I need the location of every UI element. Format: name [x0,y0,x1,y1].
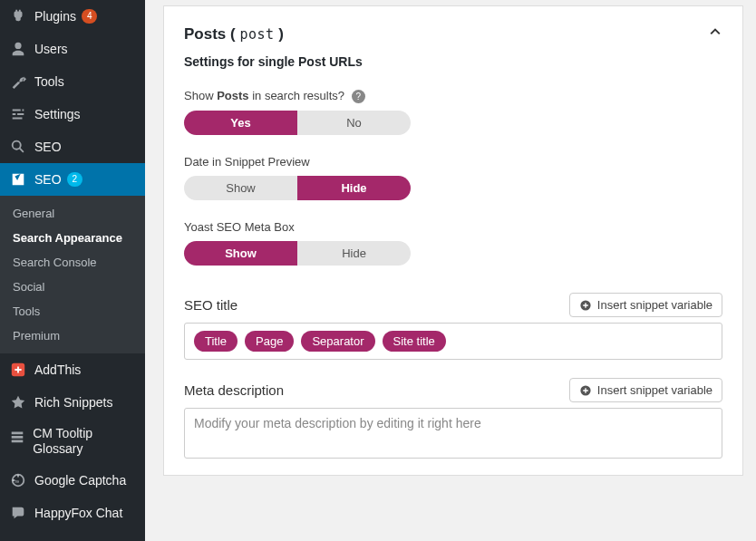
show-posts-no[interactable]: No [297,111,411,135]
panel-title: Posts ( post ) [184,25,284,43]
plug-icon [9,7,27,25]
plus-circle-icon [579,299,592,312]
metabox-show[interactable]: Show [184,241,297,266]
sidebar-item-seo-plain[interactable]: SEO [0,130,145,163]
insert-variable-button[interactable]: Insert snippet variable [569,293,722,317]
submenu-social[interactable]: Social [0,275,145,299]
menu-label: Rich Snippets [34,395,112,410]
recaptcha-icon: re [9,471,27,489]
plus-circle-icon [579,384,592,397]
seo-chip-page[interactable]: Page [245,331,294,352]
collapse-chevron-icon[interactable] [708,24,722,43]
menu-label: SEO [34,140,62,154]
insert-variable-button-2[interactable]: Insert snippet variable [569,378,722,402]
menu-label: Plugins [34,9,76,24]
sidebar-item-settings[interactable]: Settings [0,98,145,130]
sidebar-item-tools[interactable]: Tools [0,65,145,98]
list-icon [9,428,25,446]
metabox-hide[interactable]: Hide [297,241,411,266]
show-posts-toggle: Yes No [184,111,722,135]
plus-square-icon [9,361,27,379]
menu-label: SEO [34,172,62,187]
star-icon [9,393,27,411]
seo-chip-title[interactable]: Title [194,331,237,352]
admin-sidebar: Plugins 4 Users Tools Settings SEO SEO 2 [0,0,145,541]
seo-title-label: SEO title [184,297,237,313]
menu-label: AddThis [34,362,81,377]
submenu-general[interactable]: General [0,201,145,226]
submenu-tools[interactable]: Tools [0,299,145,324]
svg-text:re: re [15,478,19,483]
date-snippet-label: Date in Snippet Preview [184,155,722,169]
seo-title-field[interactable]: Title Page Separator Site title [184,323,722,360]
seo-submenu: General Search Appearance Search Console… [0,196,145,353]
sliders-icon [9,105,27,123]
sidebar-item-seo-yoast[interactable]: SEO 2 [0,163,145,196]
sidebar-item-rich-snippets[interactable]: Rich Snippets [0,386,145,419]
sidebar-item-users[interactable]: Users [0,33,145,65]
submenu-search-console[interactable]: Search Console [0,250,145,275]
help-icon[interactable]: ? [352,90,365,103]
seo-chip-separator[interactable]: Separator [301,331,374,352]
sidebar-item-happyfox[interactable]: HappyFox Chat [0,497,145,529]
plugins-badge: 4 [82,9,98,24]
menu-label: CM Tooltip Glossary [33,426,136,457]
menu-label: Google Captcha [34,473,126,488]
seo-title-block: SEO title Insert snippet variable Title … [184,293,722,360]
submenu-premium[interactable]: Premium [0,324,145,348]
menu-label: Tools [34,74,64,89]
metabox-toggle: Show Hide [184,241,722,266]
chat-icon [9,504,27,522]
show-posts-yes[interactable]: Yes [184,111,297,135]
show-posts-label: Show Posts in search results? ? [184,89,722,103]
meta-desc-label: Meta description [184,382,284,398]
yoast-icon [9,170,27,188]
sidebar-item-plugins[interactable]: Plugins 4 [0,0,145,33]
menu-label: HappyFox Chat [34,506,122,520]
menu-label: Settings [34,107,81,121]
date-snippet-hide[interactable]: Hide [297,176,411,200]
date-snippet-show[interactable]: Show [184,176,297,200]
seo-chip-sitetitle[interactable]: Site title [383,331,446,352]
settings-panel: Posts ( post ) Settings for single Post … [163,5,743,476]
panel-subtitle: Settings for single Post URLs [184,54,722,69]
menu-label: Users [34,42,68,56]
seo-badge: 2 [67,172,83,187]
sidebar-item-cm-tooltip[interactable]: CM Tooltip Glossary [0,419,145,464]
search-icon [9,138,27,156]
user-icon [9,40,27,58]
submenu-search-appearance[interactable]: Search Appearance [0,226,145,250]
wrench-icon [9,72,27,91]
sidebar-item-addthis[interactable]: AddThis [0,353,145,386]
metabox-label: Yoast SEO Meta Box [184,220,722,234]
meta-desc-field[interactable]: Modify your meta description by editing … [184,408,722,459]
date-snippet-toggle: Show Hide [184,176,722,200]
meta-desc-block: Meta description Insert snippet variable… [184,378,722,459]
sidebar-item-google-captcha[interactable]: re Google Captcha [0,464,145,497]
